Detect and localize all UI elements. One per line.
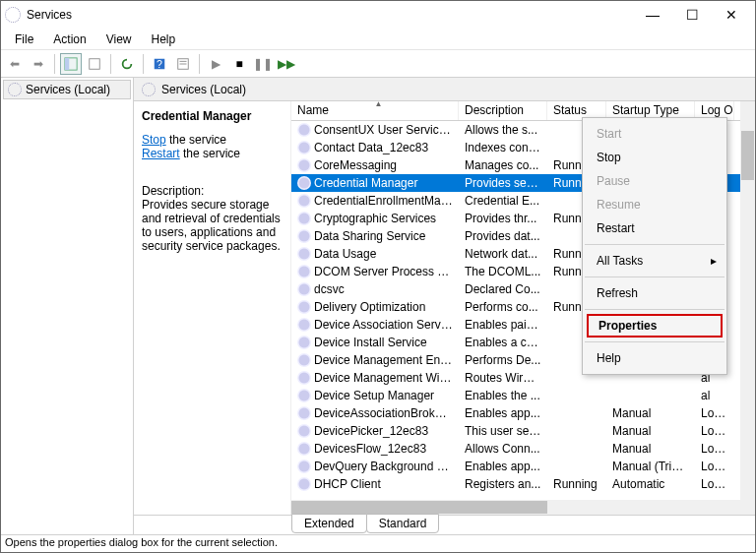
title-bar: Services — ☐ ✕: [1, 1, 755, 29]
window-title: Services: [27, 8, 72, 22]
status-bar: Opens the properties dialog box for the …: [1, 534, 755, 552]
forward-button[interactable]: ➡: [28, 53, 49, 75]
properties-button[interactable]: [172, 53, 194, 75]
service-icon: [297, 212, 311, 225]
ctx-refresh[interactable]: Refresh: [583, 281, 726, 305]
service-icon: [297, 194, 311, 208]
details-pane: Services (Local) Credential Manager Stop…: [134, 78, 755, 534]
tab-extended[interactable]: Extended: [291, 514, 367, 533]
menu-bar: File Action View Help: [1, 29, 755, 50]
ctx-resume: Resume: [583, 193, 726, 216]
refresh-button[interactable]: [116, 53, 138, 75]
service-detail-panel: Credential Manager Stop the service Rest…: [134, 101, 291, 515]
service-icon: [297, 477, 311, 491]
service-icon: [297, 247, 311, 261]
service-list[interactable]: Name▲ Description Status Startup Type Lo…: [291, 101, 755, 515]
service-row[interactable]: DHCP ClientRegisters an...RunningAutomat…: [291, 475, 755, 493]
main-area: Services (Local) Services (Local) Creden…: [1, 78, 755, 534]
service-icon: [297, 300, 311, 314]
back-button[interactable]: ⬅: [4, 53, 26, 75]
service-icon: [297, 442, 311, 456]
service-icon: [297, 406, 311, 420]
service-row[interactable]: DevicesFlow_12ec83Allows Conn...ManualLo…: [291, 440, 755, 458]
menu-view[interactable]: View: [96, 31, 142, 48]
svg-rect-2: [90, 58, 100, 69]
ctx-stop[interactable]: Stop: [583, 146, 726, 169]
service-row[interactable]: DevicePicker_12ec83This user ser...Manua…: [291, 422, 755, 440]
sort-indicator-icon: ▲: [375, 101, 383, 108]
export-list-button[interactable]: [84, 53, 105, 75]
gear-icon: [8, 83, 22, 96]
service-icon: [297, 318, 311, 332]
ctx-help[interactable]: Help: [583, 346, 726, 370]
show-hide-tree-button[interactable]: [60, 53, 82, 75]
service-icon: [297, 353, 311, 367]
start-service-button[interactable]: ▶: [205, 53, 226, 75]
context-menu: Start Stop Pause Resume Restart All Task…: [582, 117, 727, 375]
minimize-button[interactable]: —: [633, 3, 672, 27]
close-button[interactable]: ✕: [712, 3, 751, 27]
service-icon: [297, 176, 311, 190]
tree-pane: Services (Local): [1, 78, 134, 534]
service-row[interactable]: DevQuery Background Disc...Enables app..…: [291, 458, 755, 475]
menu-help[interactable]: Help: [142, 31, 186, 48]
chevron-right-icon: ▸: [711, 254, 717, 268]
col-name[interactable]: Name▲: [291, 101, 459, 120]
service-row[interactable]: DeviceAssociationBroker_12...Enables app…: [291, 404, 755, 422]
service-icon: [297, 229, 311, 243]
service-icon: [297, 460, 311, 473]
service-icon: [297, 282, 311, 296]
ctx-pause: Pause: [583, 169, 726, 193]
service-icon: [297, 158, 311, 172]
svg-rect-1: [65, 57, 69, 69]
svg-text:?: ?: [157, 57, 162, 69]
help-button[interactable]: ?: [149, 53, 170, 75]
tree-root-label: Services (Local): [26, 83, 110, 96]
service-icon: [297, 389, 311, 402]
menu-action[interactable]: Action: [43, 31, 95, 48]
service-icon: [297, 371, 311, 385]
service-icon: [297, 424, 311, 438]
stop-service-link[interactable]: Stop: [142, 133, 166, 147]
ctx-restart[interactable]: Restart: [583, 216, 726, 240]
col-description[interactable]: Description: [459, 101, 547, 120]
ctx-properties[interactable]: Properties: [587, 314, 723, 338]
tab-standard[interactable]: Standard: [366, 514, 440, 533]
ctx-all-tasks[interactable]: All Tasks▸: [583, 249, 726, 273]
pause-service-button[interactable]: ❚❚: [252, 53, 274, 75]
restart-service-link[interactable]: Restart: [142, 147, 180, 160]
tree-root-services-local[interactable]: Services (Local): [3, 80, 131, 99]
maximize-button[interactable]: ☐: [672, 3, 712, 27]
menu-file[interactable]: File: [5, 31, 43, 48]
vertical-scrollbar[interactable]: [740, 101, 755, 515]
service-icon: [297, 123, 311, 137]
service-icon: [297, 336, 311, 349]
horizontal-scrollbar[interactable]: [291, 500, 740, 515]
service-icon: [297, 265, 311, 278]
gear-icon: [142, 83, 156, 96]
toolbar: ⬅ ➡ ? ▶ ■ ❚❚ ▶▶: [1, 50, 755, 78]
details-header: Services (Local): [134, 78, 755, 101]
description-label: Description:: [142, 184, 283, 198]
ctx-start: Start: [583, 122, 726, 146]
service-icon: [297, 141, 311, 154]
restart-service-button[interactable]: ▶▶: [276, 53, 297, 75]
bottom-tabs: Extended Standard: [134, 515, 755, 534]
selected-service-name: Credential Manager: [142, 109, 283, 123]
description-text: Provides secure storage and retrieval of…: [142, 198, 283, 253]
details-header-title: Services (Local): [161, 83, 246, 96]
services-icon: [5, 7, 21, 23]
stop-service-button[interactable]: ■: [228, 53, 250, 75]
service-row[interactable]: Device Setup ManagerEnables the ...al: [291, 387, 755, 404]
